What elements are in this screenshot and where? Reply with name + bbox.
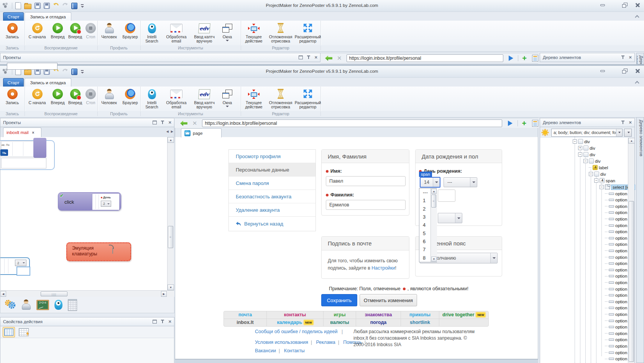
tab-start[interactable]: Старт: [3, 12, 24, 21]
profile-person-icon[interactable]: [21, 299, 31, 310]
tree-node-option[interactable]: option: [605, 197, 627, 203]
footer-link-mail[interactable]: почта: [224, 311, 267, 319]
pin-panel-icon[interactable]: [306, 55, 311, 60]
maximize-panel-icon[interactable]: [152, 319, 157, 324]
pin-panel-icon[interactable]: [160, 319, 165, 324]
current-action-button[interactable]: Текущее действие: [242, 21, 266, 43]
pin-panel-icon[interactable]: [160, 120, 165, 125]
current-action-button[interactable]: Текущее действие: [242, 87, 266, 109]
menu-item-personal-data[interactable]: Персональные данные: [229, 163, 315, 177]
jobs-link[interactable]: Вакансии: [255, 348, 276, 353]
stop-load-icon[interactable]: ✕: [192, 121, 197, 126]
tree-node-option[interactable]: option: [605, 324, 627, 330]
stop-button[interactable]: Стоп: [84, 87, 97, 105]
project-tab-inboxlt-mail[interactable]: inboxlt mail ×: [3, 128, 41, 137]
tree-node-option[interactable]: option: [605, 330, 627, 336]
tab-record-debug[interactable]: Запись и отладка: [25, 12, 71, 21]
flowchart-canvas[interactable]: ие. По ть ✔ click День 2 Эмуляция: [0, 137, 167, 290]
captcha-input-button[interactable]: edv Ввод каптч вручную: [190, 21, 219, 43]
report-error-link[interactable]: Сообщи об ошибке / поделись идеей: [255, 329, 337, 334]
scroll-down-icon[interactable]: ▼: [431, 257, 437, 262]
minimize-button[interactable]: [600, 69, 606, 74]
tree-node-option[interactable]: option: [605, 229, 627, 235]
tree-node-option[interactable]: option: [605, 203, 627, 209]
profile-browser-button[interactable]: Браузер: [120, 21, 140, 39]
close-panel-icon[interactable]: ×: [314, 55, 317, 60]
menu-item-go-back[interactable]: Вернуться назад: [229, 217, 315, 231]
footer-link-contacts[interactable]: контакты: [267, 311, 324, 319]
restart-button[interactable]: С начала: [25, 87, 49, 105]
tree-side-tab[interactable]: Дерево элементов: [636, 117, 644, 363]
menu-item-view-profile[interactable]: Просмотр профиля: [229, 150, 315, 163]
close-panel-icon[interactable]: ×: [168, 319, 171, 324]
back-arrow-icon[interactable]: [325, 56, 332, 61]
flow-node-fragment[interactable]: 2: [0, 257, 30, 275]
settings-link[interactable]: Настройки: [371, 265, 395, 271]
contacts-link[interactable]: Контакты: [284, 348, 305, 353]
highlight-sun-icon[interactable]: [543, 130, 547, 135]
footer-link-calendar[interactable]: календарьNEW: [267, 319, 324, 327]
first-name-input[interactable]: [326, 176, 406, 186]
properties-table-view-button[interactable]: [3, 327, 15, 337]
tree-node-option[interactable]: option: [605, 242, 627, 247]
maximize-panel-icon[interactable]: [298, 55, 303, 60]
tree-node-option[interactable]: option: [605, 343, 627, 349]
menu-item-account-security[interactable]: Безопастность аккаунта: [229, 190, 315, 203]
menu-item-delete-account[interactable]: Удаление аккаунта: [229, 203, 315, 217]
tree-node-option[interactable]: option: [605, 318, 627, 324]
forward-button[interactable]: Вперед: [49, 87, 66, 105]
tree-node-option[interactable]: option: [605, 267, 627, 273]
restore-button[interactable]: [622, 69, 628, 74]
collapse-icon[interactable]: −: [583, 159, 588, 163]
scroll-left-icon[interactable]: ◀: [0, 291, 6, 297]
properties-quick-actions-button[interactable]: [19, 328, 29, 336]
tree-node-option[interactable]: option: [605, 293, 627, 298]
tree-node-option[interactable]: option: [605, 210, 627, 216]
restart-button[interactable]: С начала: [25, 21, 49, 39]
scroll-up-icon[interactable]: ▲: [628, 138, 635, 144]
settings-gears-icon[interactable]: [4, 299, 16, 311]
tree-side-tab[interactable]: Дерево элементов: [636, 53, 644, 64]
canvas-vertical-scrollbar[interactable]: ▲ ≡ ▼: [167, 137, 174, 290]
advanced-editor-button[interactable]: Расширенный редактор: [295, 21, 320, 43]
minimize-button[interactable]: [600, 3, 606, 8]
footer-link-inboxlt[interactable]: inbox.lt: [224, 319, 267, 327]
pin-panel-icon[interactable]: [621, 55, 626, 60]
forward-step-button[interactable]: Вперед: [66, 87, 84, 105]
tree-node-option[interactable]: option: [605, 254, 627, 260]
projects-filter-box[interactable]: [7, 63, 58, 70]
email-processing-button[interactable]: Обработка email: [163, 87, 190, 109]
footer-link-games[interactable]: игры: [324, 311, 356, 319]
tree-node-label[interactable]: Alabel: [589, 165, 608, 170]
close-button[interactable]: [635, 69, 641, 74]
windows-button[interactable]: Окна: [219, 87, 236, 107]
deferred-render-button[interactable]: Отложенная отрисовка: [266, 21, 295, 43]
tab-scroll-right-icon[interactable]: ▶: [171, 130, 173, 133]
mascot-icon[interactable]: [54, 300, 62, 310]
tree-node-option[interactable]: option: [605, 261, 627, 267]
forward-step-button[interactable]: Вперед: [66, 21, 84, 39]
footer-link-currencies[interactable]: валюты: [324, 319, 356, 327]
tree-node-option[interactable]: option: [605, 235, 627, 241]
scroll-down-icon[interactable]: ▼: [168, 285, 174, 290]
tree-node-option[interactable]: option: [605, 280, 627, 285]
add-icon[interactable]: +: [522, 55, 527, 61]
close-tab-icon[interactable]: ×: [32, 131, 34, 135]
ads-link[interactable]: Реклама: [316, 340, 335, 345]
collapse-icon[interactable]: −: [600, 185, 604, 189]
collapse-icon[interactable]: −: [589, 172, 593, 176]
windows-button[interactable]: Окна: [219, 21, 236, 41]
profile-person-button[interactable]: Человек: [98, 87, 120, 105]
captcha-input-button[interactable]: edv Ввод каптч вручную: [190, 87, 219, 109]
tag-filter-combo[interactable]: a; body; button; div; document; fo...: [551, 129, 623, 137]
terms-link[interactable]: Условия использования: [255, 340, 308, 345]
record-button[interactable]: Запись: [1, 21, 24, 39]
footer-link-drive-together[interactable]: drive togetherNEW: [439, 311, 488, 319]
restore-button[interactable]: [622, 3, 628, 8]
save-button[interactable]: Сохранить: [321, 294, 357, 306]
table-icon[interactable]: [68, 299, 77, 311]
flow-node-click[interactable]: ✔ click День 2: [58, 192, 121, 211]
scroll-up-icon[interactable]: ▲: [168, 137, 174, 143]
footer-link-weather[interactable]: погода: [356, 319, 401, 327]
stop-button[interactable]: Стоп: [84, 21, 97, 39]
